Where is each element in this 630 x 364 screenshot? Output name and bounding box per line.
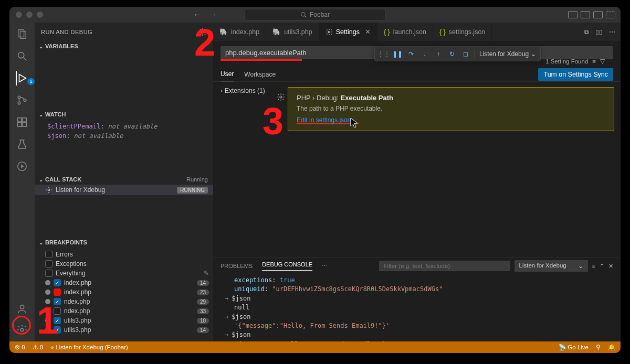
open-changes-icon[interactable]: ⧉ [584, 28, 589, 36]
run-debug-icon[interactable]: 1 [16, 72, 28, 84]
bp-errors[interactable]: Errors [35, 250, 213, 259]
section-callstack[interactable]: ⌄ CALL STACK Running [35, 174, 213, 185]
more-icon[interactable]: ⋯ [322, 263, 328, 270]
drag-handle-icon[interactable]: ⋮⋮ [379, 49, 388, 59]
max-dot[interactable] [37, 12, 43, 18]
section-breakpoints[interactable]: ⌄ BREAKPOINTS [35, 237, 213, 248]
callstack-item[interactable]: Listen for Xdebug RUNNING [35, 185, 213, 195]
checkbox-icon[interactable]: ✓ [54, 298, 61, 305]
checkbox-icon[interactable] [54, 288, 61, 296]
collapse-icon[interactable]: ⌃ [600, 263, 604, 270]
min-dot[interactable] [26, 12, 33, 18]
explorer-icon[interactable] [16, 28, 28, 40]
tab-launch-json[interactable]: { } launch.json [377, 23, 433, 41]
status-feedback-icon[interactable]: ⚲ [596, 344, 601, 351]
pencil-icon[interactable]: ✎ [204, 270, 209, 277]
bp-file[interactable]: ✓ndex.php29 [35, 297, 213, 306]
panel-tab-debug-console[interactable]: DEBUG CONSOLE [262, 261, 312, 271]
watch-row[interactable]: $json: not available [35, 131, 213, 141]
debug-gear-icon[interactable] [198, 28, 207, 36]
tab-settings-json[interactable]: { } settings.json [433, 23, 492, 41]
remote-icon[interactable] [16, 160, 28, 173]
bp-file[interactable]: ✓index.php14 [35, 278, 213, 287]
settings-tree-extensions[interactable]: › Extensions (1) [220, 87, 281, 94]
breakpoint-dot-icon [45, 308, 50, 314]
panel-tab-problems[interactable]: PROBLEMS [220, 263, 253, 269]
more-icon[interactable]: ⋯ [609, 28, 615, 36]
tab-utils3-php[interactable]: 🐘 utils3.php [266, 23, 319, 41]
gear-icon [326, 28, 333, 36]
checkbox-icon[interactable]: ✓ [54, 317, 61, 324]
bp-file-name: utils3.php [64, 326, 91, 334]
layout-panel-right-icon[interactable] [593, 11, 603, 18]
manage-gear-icon[interactable] [16, 324, 28, 336]
pause-icon[interactable]: ❚❚ [393, 49, 402, 59]
extensions-icon[interactable] [16, 116, 28, 129]
filter-icon[interactable]: ▽ [600, 58, 605, 65]
debug-config-select[interactable]: Listen for Xdebug ⌄ [475, 50, 536, 58]
gear-icon[interactable] [277, 93, 285, 101]
close-dot[interactable] [16, 12, 22, 18]
restart-icon[interactable]: ↻ [447, 49, 457, 59]
tab-index-php[interactable]: 🐘 index.php [213, 23, 266, 41]
step-over-icon[interactable]: ↷ [406, 49, 416, 59]
watch-row[interactable]: $clientPPemail: not available [35, 122, 213, 131]
step-into-icon[interactable]: ↓ [420, 49, 429, 59]
close-icon[interactable]: ✕ [365, 28, 371, 36]
status-go-live[interactable]: 📡 Go Live [559, 344, 589, 351]
nav-back-icon[interactable]: ← [193, 10, 202, 19]
clear-filter-icon[interactable]: ≡ [592, 58, 596, 65]
command-center-search[interactable]: Foobar [244, 9, 386, 20]
accounts-icon[interactable] [16, 303, 28, 315]
bp-file[interactable]: ✓utils3.php14 [35, 325, 213, 335]
close-panel-icon[interactable]: ✕ [608, 263, 613, 270]
editor-area: 🐘 index.php 🐘 utils3.php Settings ✕ { } … [213, 23, 621, 341]
checkbox-icon[interactable] [45, 270, 52, 277]
checkbox-icon[interactable]: ✓ [54, 279, 61, 286]
step-out-icon[interactable]: ↑ [434, 49, 443, 59]
status-bell-icon[interactable]: 🔔 [608, 344, 615, 351]
bp-exceptions[interactable]: Exceptions [35, 259, 213, 269]
chevron-down-icon: ⌄ [39, 240, 43, 245]
debug-toolbar[interactable]: ⋮⋮ ❚❚ ↷ ↓ ↑ ↻ ◻ Listen for Xdebug ⌄ [374, 47, 541, 61]
layout-panel-bottom-icon[interactable] [581, 11, 590, 18]
layout-customize-icon[interactable] [606, 11, 615, 18]
panel-session-select[interactable]: Listen for Xdebug⌄ [514, 260, 588, 272]
bp-file-name: ndex.php [64, 298, 90, 305]
debug-console-body[interactable]: exceptions: true uniqueid: "urDEFHhvwiZS… [213, 274, 621, 341]
status-debug-target[interactable]: ⟐ Listen for Xdebug (Foobar) [50, 344, 128, 350]
edit-in-settings-link[interactable]: Edit in settings.json [297, 116, 351, 124]
section-variables[interactable]: ⌄ VARIABLES [35, 41, 213, 51]
svg-rect-12 [18, 123, 22, 126]
status-errors[interactable]: ⊗ 0 [15, 344, 25, 351]
checkbox-icon[interactable] [54, 307, 61, 315]
nav-forward-icon[interactable]: → [209, 10, 217, 19]
checkbox-icon[interactable] [45, 251, 52, 258]
window-controls[interactable] [9, 12, 43, 18]
bp-label: Exceptions [56, 260, 87, 267]
svg-marker-16 [21, 164, 24, 168]
settings-tab-workspace[interactable]: Workspace [244, 68, 276, 81]
checkbox-icon[interactable]: ✓ [54, 326, 61, 334]
panel-filter-input[interactable] [379, 261, 510, 271]
clear-console-icon[interactable]: ≡ [592, 263, 595, 269]
bp-everything[interactable]: Everything✎ [35, 269, 213, 278]
search-icon[interactable] [16, 50, 28, 62]
bp-file[interactable]: index.php23 [35, 287, 213, 297]
bp-count: 23 [197, 290, 209, 295]
layout-panel-left-icon[interactable] [568, 11, 578, 18]
split-editor-icon[interactable]: ▯▯ [595, 28, 603, 36]
source-control-icon[interactable] [16, 94, 28, 106]
bp-file[interactable]: ndex.php33 [35, 306, 213, 316]
settings-tab-user[interactable]: User [220, 67, 234, 81]
status-warnings[interactable]: ⚠ 0 [33, 344, 44, 351]
tab-settings[interactable]: Settings ✕ [319, 23, 377, 41]
testing-icon[interactable] [16, 138, 28, 151]
bp-file[interactable]: ✓utils3.php10 [35, 316, 213, 325]
svg-line-1 [304, 16, 306, 17]
section-watch[interactable]: ⌄ WATCH [35, 109, 213, 120]
settings-sync-button[interactable]: Turn on Settings Sync [538, 68, 613, 81]
breakpoint-dot-icon [45, 280, 50, 285]
stop-icon[interactable]: ◻ [461, 49, 470, 59]
checkbox-icon[interactable] [45, 260, 52, 267]
